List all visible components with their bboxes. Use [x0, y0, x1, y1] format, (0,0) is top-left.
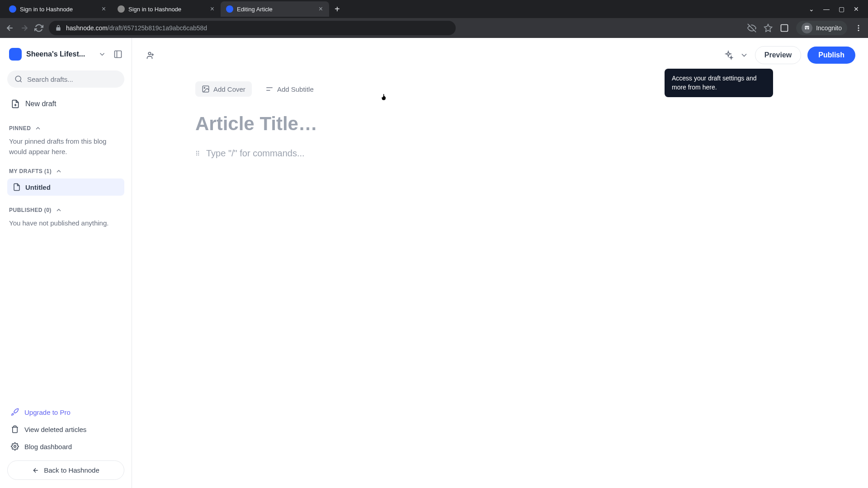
- cover-row: Add Cover Add Subtitle: [195, 81, 566, 97]
- published-label: PUBLISHED (0): [9, 207, 52, 213]
- chevron-down-icon: [98, 50, 106, 58]
- article-title-input[interactable]: Article Title…: [195, 113, 566, 135]
- new-draft-button[interactable]: New draft: [7, 94, 124, 114]
- svg-point-8: [15, 76, 21, 81]
- eye-off-icon[interactable]: [747, 23, 756, 33]
- tab-title: Sign in to Hashnode: [128, 6, 206, 13]
- view-deleted-link[interactable]: View deleted articles: [7, 421, 124, 438]
- dashboard-label: Blog dashboard: [24, 443, 72, 450]
- url-text: hashnode.com/draft/657125b819c1a9abc6cab…: [66, 24, 207, 32]
- sidebar: Sheena's Lifest... Search drafts... New …: [0, 38, 132, 488]
- article-content-input[interactable]: Type "/" for commands...: [206, 148, 566, 159]
- my-drafts-section-header[interactable]: MY DRAFTS (1): [7, 168, 124, 175]
- sidebar-footer: Upgrade to Pro View deleted articles Blo…: [7, 404, 124, 480]
- gear-icon: [11, 442, 19, 450]
- tab-bar: Sign in to Hashnode × Sign in to Hashnod…: [0, 0, 868, 18]
- search-placeholder: Search drafts...: [27, 75, 73, 83]
- svg-line-9: [20, 81, 22, 82]
- incognito-label: Incognito: [816, 24, 842, 32]
- maximize-icon[interactable]: ▢: [839, 5, 844, 13]
- svg-rect-0: [781, 25, 788, 32]
- ai-sparkle-icon[interactable]: [723, 50, 733, 60]
- tabs-dropdown-icon[interactable]: ⌄: [809, 5, 814, 13]
- minimize-icon[interactable]: ―: [823, 5, 830, 13]
- back-to-hashnode-button[interactable]: Back to Hashnode: [7, 460, 124, 480]
- editor-header: Preview Publish: [132, 38, 868, 72]
- publish-button[interactable]: Publish: [807, 47, 855, 64]
- url-bar[interactable]: hashnode.com/draft/657125b819c1a9abc6cab…: [49, 21, 456, 35]
- search-icon: [14, 75, 23, 83]
- browser-tab-active[interactable]: Editing Article ×: [221, 1, 329, 17]
- collaborators-icon[interactable]: [145, 50, 155, 60]
- editor-main: Preview Publish Access your draft settin…: [132, 38, 868, 488]
- close-icon[interactable]: ×: [101, 4, 107, 14]
- tab-title: Sign in to Hashnode: [20, 6, 97, 13]
- rocket-icon: [11, 408, 19, 416]
- upgrade-pro-link[interactable]: Upgrade to Pro: [7, 404, 124, 421]
- tab-title: Editing Article: [237, 6, 314, 13]
- svg-point-11: [148, 52, 151, 55]
- favicon-icon: [226, 5, 233, 13]
- subtitle-icon: [265, 85, 274, 93]
- browser-tab[interactable]: Sign in to Hashnode ×: [112, 1, 221, 17]
- add-cover-label: Add Cover: [213, 85, 245, 93]
- chevron-up-icon: [34, 125, 42, 132]
- close-icon[interactable]: ×: [209, 4, 215, 14]
- incognito-badge[interactable]: Incognito: [796, 21, 847, 35]
- svg-point-4: [858, 28, 859, 29]
- incognito-icon: [802, 23, 812, 33]
- back-button[interactable]: [5, 23, 14, 33]
- star-icon[interactable]: [764, 23, 773, 33]
- pinned-section-header[interactable]: PINNED: [7, 125, 124, 132]
- svg-point-3: [858, 25, 859, 26]
- back-label: Back to Hashnode: [44, 466, 99, 474]
- svg-point-13: [204, 87, 205, 88]
- blog-dashboard-link[interactable]: Blog dashboard: [7, 438, 124, 455]
- favicon-icon: [118, 5, 125, 13]
- search-input[interactable]: Search drafts...: [7, 70, 124, 88]
- close-icon[interactable]: ×: [318, 4, 324, 14]
- settings-dropdown-icon[interactable]: [740, 51, 749, 60]
- svg-point-10: [14, 446, 16, 448]
- published-empty-text: You have not published anything.: [7, 214, 124, 229]
- upgrade-label: Upgrade to Pro: [24, 408, 71, 416]
- favicon-icon: [9, 5, 16, 13]
- forward-button[interactable]: [20, 23, 29, 33]
- extensions-icon[interactable]: [780, 23, 789, 33]
- document-icon: [13, 183, 21, 191]
- blog-logo-icon: [9, 48, 22, 61]
- add-subtitle-button[interactable]: Add Subtitle: [259, 81, 320, 97]
- editor-body: Add Cover Add Subtitle Article Title… ⠿ …: [195, 72, 566, 159]
- svg-point-5: [858, 30, 859, 31]
- close-window-icon[interactable]: ✕: [854, 5, 859, 13]
- new-tab-button[interactable]: +: [329, 4, 345, 14]
- browser-tab[interactable]: Sign in to Hashnode ×: [4, 1, 112, 17]
- svg-point-2: [807, 28, 809, 29]
- draft-item[interactable]: Untitled: [7, 178, 124, 196]
- preview-button[interactable]: Preview: [755, 46, 801, 64]
- my-drafts-label: MY DRAFTS (1): [9, 168, 52, 174]
- settings-tooltip: Access your draft settings and more from…: [665, 69, 773, 97]
- deleted-label: View deleted articles: [24, 426, 86, 433]
- new-draft-label: New draft: [25, 100, 56, 108]
- drag-handle-icon[interactable]: ⠿: [195, 150, 200, 157]
- blog-selector[interactable]: Sheena's Lifest...: [7, 46, 124, 67]
- chevron-up-icon: [55, 168, 62, 175]
- svg-rect-6: [115, 51, 122, 58]
- pinned-label: PINNED: [9, 125, 31, 131]
- app-root: Sheena's Lifest... Search drafts... New …: [0, 38, 868, 488]
- collapse-sidebar-icon[interactable]: [113, 50, 123, 59]
- image-icon: [202, 85, 210, 93]
- blog-name: Sheena's Lifest...: [26, 50, 94, 58]
- menu-icon[interactable]: [854, 24, 863, 32]
- trash-icon: [11, 425, 19, 433]
- new-draft-icon: [11, 99, 20, 108]
- add-subtitle-label: Add Subtitle: [277, 85, 314, 93]
- reload-button[interactable]: [34, 23, 43, 33]
- published-section-header[interactable]: PUBLISHED (0): [7, 206, 124, 214]
- add-cover-button[interactable]: Add Cover: [195, 81, 252, 97]
- chevron-up-icon: [55, 206, 62, 214]
- arrow-left-icon: [32, 467, 39, 474]
- pinned-empty-text: Your pinned drafts from this blog would …: [7, 132, 124, 157]
- window-controls: ⌄ ― ▢ ✕: [809, 5, 864, 13]
